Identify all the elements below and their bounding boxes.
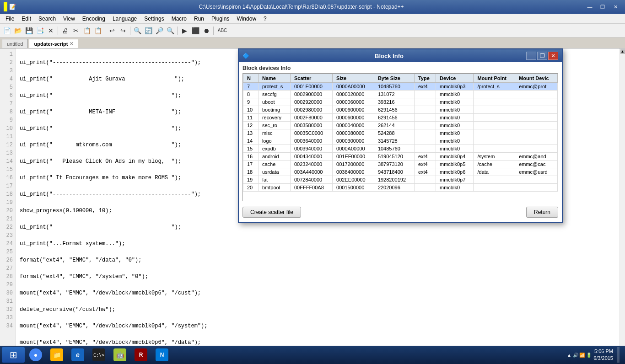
stop-btn[interactable]: ⬛	[190, 26, 200, 36]
app-icon: 📝	[9, 4, 16, 10]
minimize-button[interactable]: —	[584, 2, 596, 11]
close-button[interactable]: ✕	[609, 2, 621, 11]
dialog-content: Block devices Info N Name Scatter Size B…	[239, 62, 562, 222]
zoom-in-btn[interactable]: 🔎	[154, 26, 164, 36]
tab-updater-script[interactable]: updater-script ✕	[29, 39, 78, 48]
taskbar: ⊞ ● 📁 e C:\> 🤖 R N ▲ 🔊 📶 🔋	[0, 346, 625, 364]
table-row[interactable]: 20bmtpool00FFFF00A8000150000022020096mmc…	[243, 184, 558, 192]
table-header-row: N Name Scatter Size Byte Size Type Devic…	[243, 74, 558, 83]
col-device: Device	[436, 74, 474, 83]
dialog-title: Block Info	[252, 53, 526, 59]
menu-window[interactable]: Window	[233, 15, 260, 23]
tab-close-icon[interactable]: ✕	[70, 41, 73, 46]
dialog-close-btn[interactable]: ✕	[548, 52, 558, 60]
menu-edit[interactable]: Edit	[18, 15, 35, 23]
menu-search[interactable]: Search	[35, 15, 59, 23]
start-button[interactable]: ⊞	[2, 347, 25, 363]
taskbar-cmd[interactable]: C:\>	[89, 347, 109, 363]
menu-language[interactable]: Language	[109, 15, 140, 23]
menu-run[interactable]: Run	[190, 15, 208, 23]
table-row[interactable]: 18usrdata003A4400000038400000943718400ex…	[243, 168, 558, 176]
tab-untitled-label: untitled	[7, 41, 23, 47]
create-scatter-btn[interactable]: Create scatter file	[242, 207, 301, 218]
menu-plugins[interactable]: Plugins	[208, 15, 233, 23]
copy-btn[interactable]: 📋	[82, 26, 92, 36]
col-n: N	[243, 74, 259, 83]
menu-help[interactable]: ?	[260, 15, 270, 23]
menu-encoding[interactable]: Encoding	[79, 15, 109, 23]
redo-btn[interactable]: ↪	[118, 26, 128, 36]
block-info-dialog: 🔷 Block Info — ❐ ✕ Block devices Info N …	[238, 48, 563, 223]
taskbar-android[interactable]: 🤖	[110, 347, 130, 363]
toolbar: 📄 📂 💾 📑 ✕ 🖨 ✂ 📋 📋 ↩ ↪ 🔍 🔄 🔎 🔍 ▶ ⬛ ⏺ ABC	[0, 24, 625, 37]
taskbar-notepad[interactable]: N	[152, 347, 172, 363]
table-row[interactable]: 8seccfg00029000000000020000131072mmcblk0	[243, 91, 558, 98]
open-btn[interactable]: 📂	[13, 26, 23, 36]
zoom-out-btn[interactable]: 🔍	[165, 26, 175, 36]
table-row[interactable]: 19fat0072840000002EE000001928200192mmcbl…	[243, 176, 558, 184]
col-size: Size	[333, 74, 374, 83]
menu-bar: File Edit Search View Encoding Language …	[0, 14, 625, 24]
paste-btn[interactable]: 📋	[93, 26, 103, 36]
table-row[interactable]: 14logo000364000000003000003145728mmcblk0	[243, 137, 558, 145]
table-row[interactable]: 17cache00232400000017200000387973120ext4…	[243, 161, 558, 168]
taskbar-icons: ▲ 🔊 📶 🔋	[567, 353, 592, 358]
record-btn[interactable]: ⏺	[201, 26, 211, 36]
col-mountpoint: Mount Point	[474, 74, 515, 83]
save-btn[interactable]: 💾	[24, 26, 34, 36]
find-btn[interactable]: 🔍	[132, 26, 142, 36]
dialog-maximize-btn[interactable]: ❐	[537, 52, 547, 60]
dialog-controls: — ❐ ✕	[526, 52, 558, 60]
table-row[interactable]: 15expdb00039400000000A0000010485760mmcbl…	[243, 145, 558, 153]
scrollbar-vertical[interactable]: ▲ ▼	[620, 48, 625, 353]
col-name: Name	[258, 74, 290, 83]
close-btn[interactable]: ✕	[46, 26, 56, 36]
save-all-btn[interactable]: 📑	[35, 26, 45, 36]
dialog-minimize-btn[interactable]: —	[526, 52, 536, 60]
tab-updater-label: updater-script	[34, 41, 68, 47]
taskbar-chrome[interactable]: ●	[26, 347, 46, 363]
block-table: N Name Scatter Size Byte Size Type Devic…	[243, 74, 558, 192]
taskbar-right: ▲ 🔊 📶 🔋 5:06 PM 6/3/2015	[563, 347, 623, 363]
table-row[interactable]: 16android0004340000001EF00000519045120ex…	[243, 153, 558, 161]
toolbar-sep-3	[130, 27, 130, 35]
menu-macro[interactable]: Macro	[168, 15, 190, 23]
show-desktop-btn[interactable]	[617, 347, 620, 363]
toolbar-sep-4	[177, 27, 178, 35]
menu-file[interactable]: File	[2, 15, 18, 23]
return-btn[interactable]: Return	[526, 207, 558, 218]
table-body: 7protect_s0001F000000000A0000010485760ex…	[243, 83, 558, 192]
table-row[interactable]: 9uboot00029200000000060000393216mmcblk0	[243, 98, 558, 106]
block-devices-label: Block devices Info	[242, 65, 558, 71]
line-numbers: 12345 678910 1112131415 1617181920 21222…	[0, 48, 16, 353]
menu-settings[interactable]: Settings	[140, 15, 167, 23]
table-row[interactable]: 13misc00035C00000000080000524288mmcblk0	[243, 129, 558, 137]
menu-view[interactable]: View	[59, 15, 79, 23]
dialog-title-bar: 🔷 Block Info — ❐ ✕	[239, 49, 562, 62]
table-row[interactable]: 10bootimg000298000000006000006291456mmcb…	[243, 106, 558, 114]
toolbar-sep-5	[213, 27, 214, 35]
cut-btn[interactable]: ✂	[71, 26, 81, 36]
window-title: C:\Users\inspiron 14\AppData\Local\Temp\…	[19, 4, 584, 10]
taskbar-date: 6/3/2015	[593, 355, 613, 362]
table-row[interactable]: 12sec_ro00035800000000040000262144mmcblk…	[243, 122, 558, 129]
abc-btn[interactable]: ABC	[216, 26, 229, 36]
replace-btn[interactable]: 🔄	[143, 26, 153, 36]
col-bytesize: Byte Size	[374, 74, 414, 83]
taskbar-ie[interactable]: e	[68, 347, 88, 363]
window-controls: — ❐ ✕	[584, 2, 621, 11]
new-btn[interactable]: 📄	[2, 26, 12, 36]
table-row[interactable]: 11recovery0002F8000000006000006291456mmc…	[243, 114, 558, 122]
table-row[interactable]: 7protect_s0001F000000000A0000010485760ex…	[243, 83, 558, 91]
maximize-button[interactable]: ❐	[597, 2, 609, 11]
col-mountdev: Mount Devic	[515, 74, 558, 83]
print-btn[interactable]: 🖨	[60, 26, 70, 36]
run-btn[interactable]: ▶	[179, 26, 189, 36]
tab-untitled[interactable]: untitled	[2, 39, 28, 48]
yellow-indicator	[4, 2, 7, 11]
block-table-container[interactable]: N Name Scatter Size Byte Size Type Devic…	[242, 73, 558, 201]
undo-btn[interactable]: ↩	[107, 26, 117, 36]
taskbar-folder[interactable]: 📁	[47, 347, 67, 363]
toolbar-sep-1	[58, 27, 58, 35]
taskbar-winrar[interactable]: R	[131, 347, 151, 363]
